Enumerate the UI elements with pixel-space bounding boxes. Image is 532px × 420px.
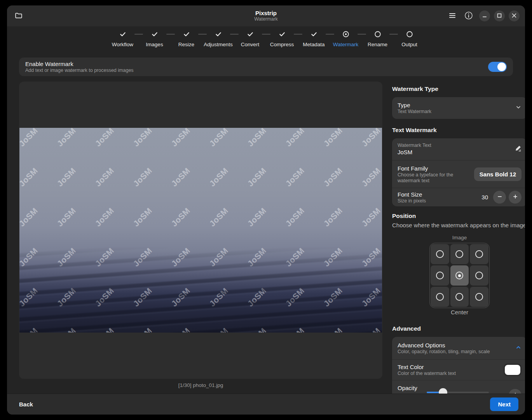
menu-button[interactable] bbox=[447, 10, 458, 22]
hamburger-icon bbox=[449, 13, 456, 19]
position-grid bbox=[429, 243, 490, 308]
step-rename[interactable]: Rename bbox=[362, 30, 394, 48]
radio-empty-icon bbox=[374, 30, 381, 38]
check-icon bbox=[183, 30, 190, 38]
type-value: Text Watermark bbox=[398, 109, 515, 115]
position-cell-top-left[interactable] bbox=[431, 244, 449, 264]
step-watermark[interactable]: Watermark bbox=[330, 30, 362, 48]
step-convert[interactable]: Convert bbox=[234, 30, 266, 48]
opacity-slider[interactable] bbox=[427, 392, 489, 393]
app-window: Pixstrip Watermark bbox=[7, 5, 525, 415]
position-cell-top-center[interactable] bbox=[450, 244, 469, 264]
step-label: Watermark bbox=[333, 41, 359, 48]
step-metadata[interactable]: Metadata bbox=[298, 30, 330, 48]
check-icon bbox=[151, 30, 158, 38]
step-label: Rename bbox=[368, 41, 387, 48]
position-cell-bottom-left[interactable] bbox=[431, 287, 449, 307]
radio-empty-icon bbox=[406, 30, 413, 38]
watermark-tile: JoSM bbox=[93, 166, 116, 188]
watermark-text-texts: Watermark Text JoSM bbox=[398, 143, 515, 156]
font-size-texts: Font Size Size in pixels bbox=[398, 191, 481, 204]
opacity-reset-button[interactable] bbox=[509, 389, 522, 394]
enable-watermark-toggle[interactable] bbox=[488, 62, 507, 72]
position-cell-middle-right[interactable] bbox=[470, 265, 488, 286]
watermark-tile: JoSM bbox=[19, 206, 40, 228]
watermark-type-heading: Watermark Type bbox=[392, 85, 525, 92]
position-desc: Choose where the watermark appears on th… bbox=[392, 222, 525, 229]
enable-watermark-title: Enable Watermark bbox=[25, 61, 134, 68]
check-icon bbox=[119, 30, 126, 38]
font-size-increase-button[interactable] bbox=[509, 191, 522, 204]
font-family-row: Font Family Choose a typeface for the wa… bbox=[392, 160, 525, 188]
watermark-text-row[interactable]: Watermark Text JoSM bbox=[392, 138, 525, 160]
watermark-tile: JoSM bbox=[360, 166, 382, 188]
preview-card: JoSMJoSMJoSMJoSMJoSMJoSMJoSMJoSMJoSMJoSM… bbox=[19, 82, 382, 379]
watermark-tile: JoSM bbox=[19, 166, 40, 188]
radio-icon bbox=[436, 250, 444, 258]
step-compress[interactable]: Compress bbox=[266, 30, 298, 48]
minimize-button[interactable] bbox=[479, 10, 490, 21]
step-label: Output bbox=[401, 41, 417, 48]
next-button[interactable]: Next bbox=[490, 397, 518, 411]
watermark-text-value: JoSM bbox=[398, 148, 515, 156]
watermark-tile: JoSM bbox=[19, 128, 40, 148]
preview-column: JoSMJoSMJoSMJoSMJoSMJoSMJoSMJoSMJoSMJoSM… bbox=[19, 82, 382, 394]
text-color-desc: Color of the watermark text bbox=[398, 371, 504, 376]
position-cell-center[interactable] bbox=[450, 265, 469, 286]
maximize-button[interactable] bbox=[494, 10, 505, 21]
opacity-slider-knob[interactable] bbox=[439, 388, 447, 394]
watermark-tile: JoSM bbox=[55, 166, 78, 188]
step-output[interactable]: Output bbox=[394, 30, 426, 48]
radio-icon bbox=[475, 272, 483, 279]
step-resize[interactable]: Resize bbox=[171, 30, 202, 48]
enable-watermark-subtitle: Add text or image watermark to processed… bbox=[25, 68, 134, 73]
type-texts: Type Text Watermark bbox=[398, 101, 515, 115]
font-family-label: Font Family bbox=[398, 165, 474, 172]
advanced-options-title: Advanced Options bbox=[398, 342, 515, 349]
step-adjustments[interactable]: Adjustments bbox=[202, 30, 234, 48]
watermark-tile: JoSM bbox=[208, 166, 230, 188]
plus-icon bbox=[513, 194, 518, 200]
advanced-options-desc: Color, opacity, rotation, tiling, margin… bbox=[398, 349, 515, 355]
position-cell-bottom-right[interactable] bbox=[470, 287, 488, 307]
font-size-decrease-button[interactable] bbox=[493, 191, 506, 204]
font-size-label: Font Size bbox=[398, 191, 481, 198]
radio-selected-icon bbox=[342, 30, 349, 38]
step-label: Resize bbox=[178, 41, 194, 48]
advanced-options-expander[interactable]: Advanced Options Color, opacity, rotatio… bbox=[392, 337, 525, 359]
font-family-button[interactable]: Sans Bold 12 bbox=[474, 167, 522, 181]
toggle-knob bbox=[497, 63, 506, 71]
folder-icon bbox=[15, 12, 23, 21]
text-watermark-group: Watermark Text JoSM Font Family Choose a… bbox=[392, 138, 525, 206]
edit-icon[interactable] bbox=[515, 145, 522, 153]
watermark-tile: JoSM bbox=[284, 166, 306, 188]
footer-bar: Back Next bbox=[7, 394, 525, 415]
opacity-label: Opacity bbox=[398, 384, 417, 392]
back-button[interactable]: Back bbox=[14, 398, 38, 411]
open-folder-button[interactable] bbox=[12, 9, 25, 23]
position-cell-bottom-center[interactable] bbox=[450, 287, 469, 307]
watermark-tile: JoSM bbox=[93, 206, 116, 228]
position-image-label: Image bbox=[392, 235, 525, 241]
watermark-text-label: Watermark Text bbox=[398, 143, 515, 148]
watermark-tile: JoSM bbox=[131, 206, 154, 228]
step-workflow[interactable]: Workflow bbox=[107, 30, 139, 48]
check-icon bbox=[279, 30, 286, 38]
step-images[interactable]: Images bbox=[139, 30, 171, 48]
watermark-tile: JoSM bbox=[246, 128, 268, 148]
info-icon bbox=[464, 11, 473, 21]
maximize-icon bbox=[497, 13, 502, 19]
radio-icon bbox=[436, 272, 444, 279]
close-button[interactable] bbox=[509, 10, 520, 21]
enable-watermark-texts: Enable Watermark Add text or image water… bbox=[25, 61, 134, 73]
enable-watermark-row: Enable Watermark Add text or image water… bbox=[19, 58, 513, 76]
text-color-button[interactable] bbox=[504, 364, 522, 376]
watermark-tile: JoSM bbox=[208, 206, 230, 228]
watermark-tile: JoSM bbox=[322, 166, 344, 188]
about-button[interactable] bbox=[462, 9, 475, 23]
type-dropdown-row[interactable]: Type Text Watermark bbox=[392, 97, 525, 119]
watermark-tile: JoSM bbox=[360, 128, 382, 148]
plus-icon bbox=[513, 392, 518, 394]
position-cell-top-right[interactable] bbox=[470, 244, 488, 264]
position-cell-middle-left[interactable] bbox=[431, 265, 449, 286]
